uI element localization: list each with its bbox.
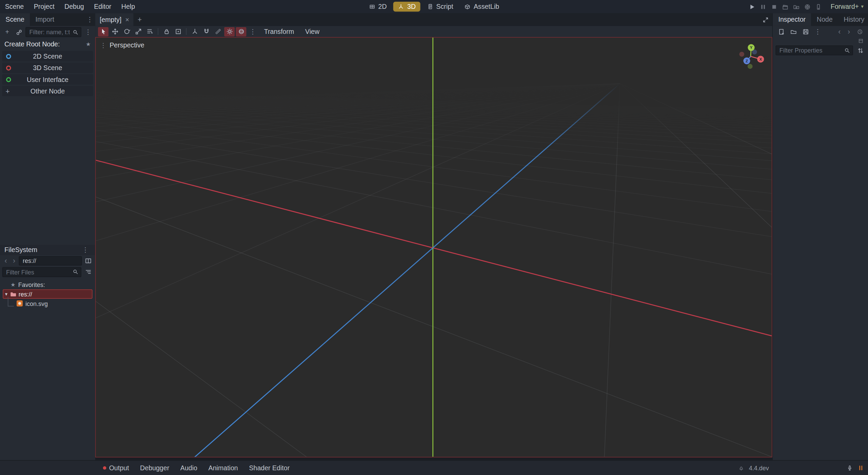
history-back-icon[interactable]: ‹: [836, 27, 843, 36]
tab-scene[interactable]: Scene: [0, 13, 30, 26]
scale-tool-button[interactable]: [133, 27, 143, 36]
scene-tab-empty[interactable]: [empty] ×: [95, 13, 134, 26]
menu-editor[interactable]: Editor: [89, 0, 116, 13]
add-node-button[interactable]: +: [2, 27, 12, 37]
transform-menu[interactable]: Transform: [259, 28, 299, 36]
new-resource-icon[interactable]: [776, 27, 786, 36]
svg-text:Y: Y: [750, 45, 753, 49]
scene-filter-input[interactable]: [28, 28, 71, 36]
bottom-tab-debugger[interactable]: Debugger: [135, 464, 175, 472]
workspace-2d-button[interactable]: 2D: [364, 2, 391, 12]
ruler-tool-button[interactable]: [213, 27, 223, 36]
resource-options-icon[interactable]: ⋮: [813, 27, 823, 36]
distraction-free-icon[interactable]: [762, 13, 772, 26]
create-2d-scene-button[interactable]: 2D Scene: [2, 51, 93, 61]
play-custom-scene-button[interactable]: [793, 3, 800, 10]
bottom-tab-output[interactable]: Output: [97, 464, 134, 472]
file-filter-input[interactable]: [5, 268, 71, 276]
workspace-3d-button[interactable]: 3D: [393, 2, 420, 12]
inspector-subrow: [773, 37, 868, 44]
favorites-label: Favorites:: [18, 281, 45, 288]
indicator-bars-icon[interactable]: [857, 464, 864, 471]
load-resource-icon[interactable]: [788, 27, 798, 36]
view-menu[interactable]: View: [300, 28, 324, 36]
preview-options-icon[interactable]: ⋮: [248, 27, 258, 36]
instance-scene-button[interactable]: [14, 27, 24, 37]
collapse-caret-icon[interactable]: ▾: [5, 291, 7, 297]
scene-dock-menu-icon[interactable]: ⋮: [84, 13, 95, 26]
tab-inspector[interactable]: Inspector: [773, 13, 811, 26]
create-root-label: Create Root Node:: [4, 40, 60, 48]
notifications-bell-icon[interactable]: [738, 464, 745, 471]
workspace-script-button[interactable]: Script: [422, 2, 458, 12]
property-sort-icon[interactable]: [855, 46, 865, 55]
group-nodes-button[interactable]: [173, 27, 183, 36]
inspector-dock: Inspector Node History ⋮ ⋮ ‹ ›: [773, 13, 868, 460]
menu-help[interactable]: Help: [116, 0, 140, 13]
preview-sun-button[interactable]: [224, 27, 235, 36]
create-3d-scene-label: 3D Scene: [33, 64, 62, 72]
snap-toggle-button[interactable]: [201, 27, 212, 36]
preview-environment-button[interactable]: [236, 27, 246, 36]
tab-node[interactable]: Node: [811, 13, 838, 26]
tree-item-icon-svg[interactable]: icon.svg: [0, 299, 95, 308]
stop-button[interactable]: [771, 3, 778, 10]
3d-viewport[interactable]: ⋮ Perspective Y X Z: [95, 37, 772, 457]
filesystem-menu-icon[interactable]: ⋮: [80, 245, 91, 255]
image-file-icon: [17, 301, 23, 307]
plus-icon: +: [5, 28, 9, 36]
close-icon[interactable]: ×: [125, 16, 129, 24]
tab-import[interactable]: Import: [30, 13, 60, 26]
play-button[interactable]: [749, 3, 756, 10]
file-sort-icon[interactable]: [83, 267, 93, 277]
rotate-tool-button[interactable]: [121, 27, 132, 36]
bottom-tab-audio[interactable]: Audio: [175, 464, 203, 472]
lock-node-button[interactable]: [161, 27, 172, 36]
pause-button[interactable]: [760, 3, 767, 10]
bottom-tab-shader-editor[interactable]: Shader Editor: [243, 464, 295, 472]
nav-forward-icon[interactable]: ›: [11, 257, 18, 265]
microphone-icon[interactable]: [846, 464, 853, 471]
svg-text:Z: Z: [746, 59, 748, 63]
list-select-tool-button[interactable]: [144, 27, 155, 36]
bottom-tab-label: Animation: [209, 464, 238, 472]
renderer-dropdown[interactable]: Forward+ ▾: [826, 3, 864, 11]
select-tool-button[interactable]: [98, 27, 108, 36]
create-ui-scene-button[interactable]: User Interface: [2, 74, 93, 85]
save-resource-icon[interactable]: [801, 27, 810, 36]
menu-debug[interactable]: Debug: [59, 0, 89, 13]
main-editor-area: [empty] × + ⋮ Transform View: [95, 13, 772, 460]
nav-back-icon[interactable]: ‹: [2, 257, 9, 265]
filesystem-tree: ★ Favorites: ▾ res:// icon.svg: [0, 277, 95, 308]
local-space-button[interactable]: [189, 27, 200, 36]
menu-project[interactable]: Project: [29, 0, 59, 13]
favorites-row[interactable]: ★ Favorites:: [0, 280, 95, 289]
tree-item-res-root[interactable]: ▾ res://: [3, 289, 92, 299]
tab-history[interactable]: History: [838, 13, 868, 26]
3d-icon: [398, 3, 405, 10]
axis-gizmo[interactable]: Y X Z: [733, 39, 768, 74]
play-scene-button[interactable]: [782, 3, 789, 10]
workspace-assetlib-button[interactable]: AssetLib: [460, 2, 504, 12]
menu-scene[interactable]: Scene: [0, 0, 29, 13]
move-tool-button[interactable]: [110, 27, 120, 36]
object-options-icon[interactable]: [858, 38, 864, 43]
new-scene-tab-button[interactable]: +: [134, 13, 146, 26]
toggle-split-mode-icon[interactable]: [83, 256, 93, 266]
projection-menu[interactable]: ⋮ Perspective: [100, 41, 144, 49]
history-icon[interactable]: [855, 27, 865, 36]
scene-filter-menu-icon[interactable]: ⋮: [83, 27, 93, 37]
movie-maker-button[interactable]: [804, 3, 811, 10]
history-forward-icon[interactable]: ›: [845, 27, 852, 36]
current-path[interactable]: res://: [19, 256, 82, 266]
create-3d-scene-button[interactable]: 3D Scene: [2, 62, 93, 73]
bottom-tab-animation[interactable]: Animation: [203, 464, 243, 472]
create-other-node-button[interactable]: + Other Node: [2, 86, 93, 96]
control-node-icon: [6, 77, 11, 82]
remote-deploy-button[interactable]: [815, 3, 822, 10]
plus-icon: +: [5, 88, 9, 94]
favorites-star-icon[interactable]: ★: [86, 41, 91, 47]
filesystem-filter-row: [0, 267, 95, 277]
property-filter-input[interactable]: [778, 46, 843, 54]
scene-dock-tabs: Scene Import ⋮: [0, 13, 95, 26]
